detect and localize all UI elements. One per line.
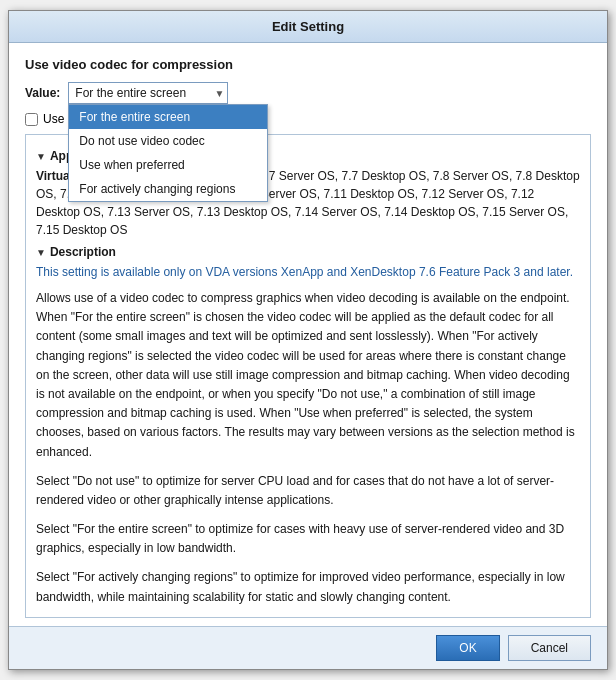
description-para-1: Select "Do not use" to optimize for serv… bbox=[36, 472, 580, 510]
description-intro: This setting is available only on VDA ve… bbox=[36, 263, 580, 281]
value-row: Value: For the entire screen ▼ For the e… bbox=[25, 82, 591, 104]
description-header: ▼ Description bbox=[36, 245, 580, 259]
dropdown-item-do-not-use[interactable]: Do not use video codec bbox=[69, 129, 267, 153]
dropdown-wrapper: For the entire screen ▼ For the entire s… bbox=[68, 82, 228, 104]
applies-triangle-icon: ▼ bbox=[36, 151, 46, 162]
description-para-3: Select "For actively changing regions" t… bbox=[36, 568, 580, 606]
edit-setting-dialog: Edit Setting Use video codec for compres… bbox=[8, 10, 608, 670]
cancel-button[interactable]: Cancel bbox=[508, 635, 591, 661]
ok-button[interactable]: OK bbox=[436, 635, 499, 661]
dropdown-item-use-when-preferred[interactable]: Use when preferred bbox=[69, 153, 267, 177]
value-dropdown[interactable]: For the entire screen bbox=[68, 82, 228, 104]
use-checkbox[interactable] bbox=[25, 113, 38, 126]
dropdown-menu: For the entire screen Do not use video c… bbox=[68, 104, 268, 202]
description-para-4: Select "Use when preferred" to have the … bbox=[36, 617, 580, 618]
value-label: Value: bbox=[25, 86, 60, 100]
description-para-2: Select "For the entire screen" to optimi… bbox=[36, 520, 580, 558]
dialog-title: Edit Setting bbox=[9, 11, 607, 43]
scrollable-content[interactable]: ▼ Applies Virtual Delivery Agent: 7.6 De… bbox=[25, 134, 591, 618]
dropdown-item-entire-screen[interactable]: For the entire screen bbox=[69, 105, 267, 129]
description-triangle-icon: ▼ bbox=[36, 247, 46, 258]
description-para-0: Allows use of a video codec to compress … bbox=[36, 289, 580, 462]
dialog-body: Use video codec for compression Value: F… bbox=[9, 43, 607, 626]
checkbox-label: Use bbox=[43, 112, 64, 126]
dialog-footer: OK Cancel bbox=[9, 626, 607, 669]
section-main-title: Use video codec for compression bbox=[25, 57, 591, 72]
dropdown-item-actively-changing[interactable]: For actively changing regions bbox=[69, 177, 267, 201]
